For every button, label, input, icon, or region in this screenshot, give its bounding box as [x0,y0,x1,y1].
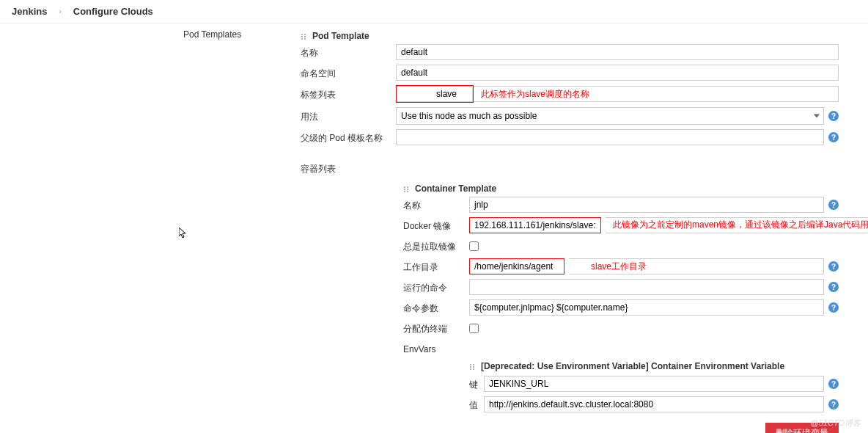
tags-annotation: 此标签作为slave调度的名称 [481,88,589,101]
help-icon[interactable]: ? [828,200,839,210]
envvar-title: [Deprecated: Use Environment Variable] C… [481,361,784,371]
label-tty: 分配伪终端 [403,321,469,335]
help-icon[interactable]: ? [828,302,839,313]
help-icon[interactable]: ? [828,379,839,389]
label-namespace: 命名空间 [301,66,396,80]
label-workdir: 工作目录 [403,260,469,274]
label-usage: 用法 [301,109,396,123]
svg-point-13 [473,364,474,365]
pod-name-input[interactable] [396,44,839,60]
workdir-input[interactable] [469,258,564,274]
help-icon[interactable]: ? [828,132,839,142]
label-parent: 父级的 Pod 模板名称 [301,131,396,145]
breadcrumb-separator: › [59,7,61,15]
breadcrumb: Jenkins › Configure Clouds [0,0,868,23]
drag-icon[interactable] [403,185,411,192]
cursor-icon [179,228,188,241]
container-name-input[interactable] [469,197,824,213]
svg-point-12 [470,364,471,365]
label-envkey: 键 [469,377,484,391]
label-args: 命令参数 [403,301,469,315]
label-docker: Docker 镜像 [403,219,469,233]
envvar-value-input[interactable] [484,396,824,412]
command-input[interactable] [469,279,824,295]
help-icon[interactable]: ? [828,111,839,121]
pod-usage-select[interactable]: Use this node as much as possible [396,107,824,125]
svg-point-9 [407,189,408,190]
drag-icon[interactable] [301,32,308,40]
docker-image-input[interactable] [469,217,601,233]
envvar-header: [Deprecated: Use Environment Variable] C… [469,361,839,371]
args-input[interactable] [469,299,824,316]
help-icon[interactable]: ? [828,261,839,272]
svg-point-6 [404,186,405,188]
pod-tags-input[interactable] [432,86,473,102]
svg-point-0 [301,34,303,35]
tags-highlight-box [396,85,474,103]
svg-point-11 [407,191,408,192]
left-nav-pod-templates: Pod Templates [183,29,241,40]
svg-point-14 [470,366,471,368]
container-template-header: Container Template [403,183,839,194]
envvar-key-input[interactable] [484,376,824,392]
always-pull-checkbox[interactable] [469,241,479,251]
svg-point-15 [473,366,474,368]
tty-checkbox[interactable] [469,324,479,333]
svg-point-2 [301,36,303,37]
svg-point-1 [304,34,306,35]
breadcrumb-jenkins[interactable]: Jenkins [12,6,47,17]
breadcrumb-configure-clouds[interactable]: Configure Clouds [73,6,153,17]
label-name: 名称 [301,46,396,59]
label-cname: 名称 [403,198,469,212]
pod-namespace-input[interactable] [396,65,839,81]
label-containers: 容器列表 [301,161,396,175]
label-alwayspull: 总是拉取镜像 [403,239,469,253]
svg-point-8 [404,189,405,190]
pod-template-header: Pod Template [301,31,839,41]
pod-template-title: Pod Template [312,31,369,41]
docker-annotation: 此镜像为之前定制的maven镜像，通过该镜像之后编译Java代码用的 [613,220,868,230]
help-icon[interactable]: ? [828,399,839,410]
label-tags: 标签列表 [301,87,396,101]
svg-point-7 [407,186,408,188]
svg-point-4 [301,38,303,40]
label-envvalue: 值 [469,398,484,412]
svg-point-16 [470,368,471,370]
svg-point-5 [304,38,306,40]
watermark: @51CTO博客 [811,418,861,429]
svg-point-17 [473,368,474,370]
help-icon[interactable]: ? [828,282,839,292]
pod-parent-input[interactable] [396,129,824,145]
svg-point-3 [304,36,306,37]
svg-point-10 [404,191,405,192]
workdir-annotation: slave工作目录 [591,261,647,273]
label-command: 运行的命令 [403,280,469,294]
label-envvars: EnvVars [403,343,469,354]
container-template-title: Container Template [415,183,496,194]
drag-icon[interactable] [469,363,477,370]
